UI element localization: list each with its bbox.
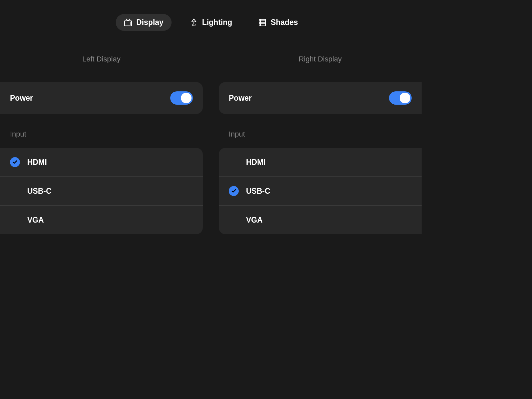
input-item-vga[interactable]: VGA	[219, 206, 422, 234]
power-card: Power	[219, 82, 422, 114]
input-name: HDMI	[27, 158, 47, 167]
check-icon	[229, 186, 239, 196]
input-name: VGA	[27, 216, 44, 225]
column-title: Left Display	[0, 55, 203, 63]
tabs-nav: Display Lighting Shades	[0, 0, 422, 31]
input-section-label: Input	[219, 130, 422, 139]
tab-label: Display	[136, 18, 164, 27]
toggle-knob	[400, 93, 410, 103]
input-name: USB-C	[246, 187, 270, 196]
check-spacer	[229, 157, 239, 167]
check-spacer	[10, 215, 20, 225]
svg-line-4	[195, 25, 195, 25]
check-icon	[10, 157, 20, 167]
check-spacer	[229, 215, 239, 225]
power-label: Power	[229, 94, 252, 103]
power-toggle[interactable]	[170, 91, 193, 105]
tab-lighting[interactable]: Lighting	[182, 14, 240, 31]
input-item-hdmi[interactable]: HDMI	[0, 148, 203, 177]
input-name: VGA	[246, 216, 263, 225]
input-name: HDMI	[246, 158, 266, 167]
input-item-usbc[interactable]: USB-C	[219, 177, 422, 206]
tv-icon	[124, 18, 132, 27]
input-list: HDMI USB-C VGA	[0, 148, 203, 234]
right-display-column: Right Display Power Input HDMI USB-C	[219, 55, 422, 234]
input-section-label: Input	[0, 130, 203, 139]
input-item-hdmi[interactable]: HDMI	[219, 148, 422, 177]
power-label: Power	[10, 94, 33, 103]
tab-label: Lighting	[202, 18, 232, 27]
input-item-usbc[interactable]: USB-C	[0, 177, 203, 206]
tab-label: Shades	[271, 18, 298, 27]
tab-display[interactable]: Display	[116, 14, 172, 31]
lamp-icon	[190, 18, 198, 27]
blinds-icon	[258, 18, 267, 27]
input-list: HDMI USB-C VGA	[219, 148, 422, 234]
input-name: USB-C	[27, 187, 52, 196]
main-content: Left Display Power Input HDMI USB-C	[0, 31, 422, 234]
power-card: Power	[0, 82, 203, 114]
svg-rect-0	[124, 21, 132, 26]
left-display-column: Left Display Power Input HDMI USB-C	[0, 55, 203, 234]
column-title: Right Display	[219, 55, 422, 63]
toggle-knob	[181, 93, 192, 103]
svg-line-3	[192, 25, 193, 25]
input-item-vga[interactable]: VGA	[0, 206, 203, 234]
check-spacer	[10, 186, 20, 196]
power-toggle[interactable]	[389, 91, 412, 105]
tab-shades[interactable]: Shades	[250, 14, 306, 31]
